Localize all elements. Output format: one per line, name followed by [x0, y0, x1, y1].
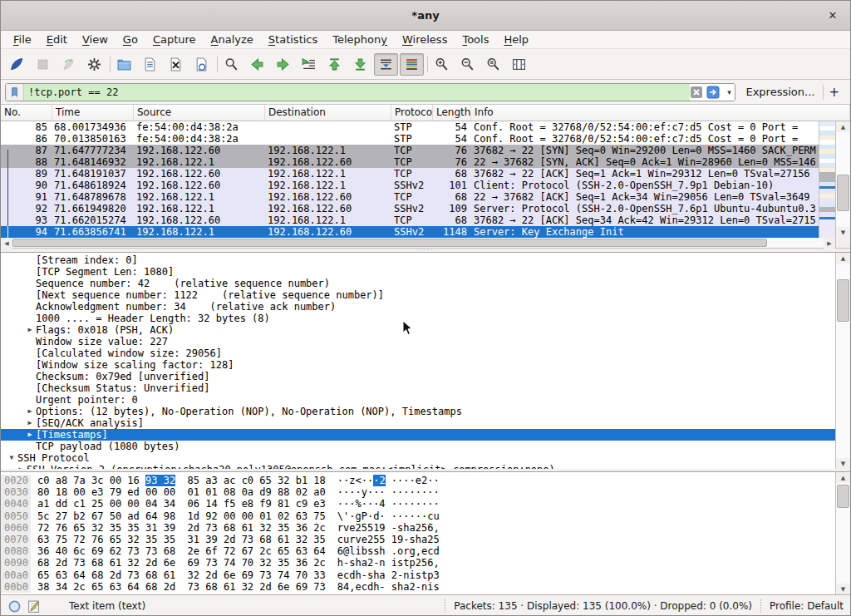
scroll-up-icon[interactable]: ▲ — [836, 472, 850, 483]
detail-row[interactable]: ▶[Timestamps] — [1, 429, 835, 441]
menu-analyze[interactable]: Analyze — [204, 32, 261, 47]
zoom-original-icon[interactable] — [481, 53, 505, 76]
detail-row[interactable]: Acknowledgment number: 34 (relative ack … — [1, 301, 835, 313]
bookmark-icon[interactable] — [6, 84, 24, 101]
scroll-track[interactable] — [836, 264, 850, 458]
scroll-thumb[interactable] — [837, 485, 849, 508]
menu-wireless[interactable]: Wireless — [395, 32, 455, 47]
go-to-packet-icon[interactable] — [297, 53, 321, 76]
detail-row[interactable]: [Window size scaling factor: 128] — [1, 359, 835, 371]
expert-info-icon[interactable] — [7, 599, 22, 614]
clear-filter-icon[interactable] — [690, 86, 705, 99]
hex-row[interactable]: 008036 40 6c 69 62 73 73 68 2e 6f 72 67 … — [1, 545, 835, 557]
packet-row[interactable]: 9071.648618924192.168.122.60192.168.122.… — [1, 180, 819, 191]
scroll-left-icon[interactable]: ◀ — [1, 238, 12, 249]
hex-row[interactable]: 0040a1 dd c1 25 00 00 04 34 06 14 f5 e8 … — [1, 498, 835, 510]
detail-row[interactable]: Urgent pointer: 0 — [1, 394, 835, 406]
auto-scroll-icon[interactable] — [374, 53, 398, 76]
column-header-length[interactable]: Length — [433, 105, 471, 121]
detail-row[interactable]: [TCP Segment Len: 1080] — [1, 266, 835, 278]
go-last-icon[interactable] — [348, 53, 372, 76]
packet-row[interactable]: 8771.647777234192.168.122.60192.168.122.… — [1, 145, 819, 156]
filter-input[interactable]: !tcp.port == 22 — [24, 84, 690, 101]
detail-row[interactable]: Sequence number: 42 (relative sequence n… — [1, 278, 835, 289]
detail-row[interactable]: [Calculated window size: 29056] — [1, 347, 835, 359]
hex-vscrollbar[interactable]: ▲ ▼ — [835, 472, 850, 594]
column-header-time[interactable]: Time — [52, 105, 134, 121]
detail-row[interactable]: 1000 .... = Header Length: 32 bytes (8) — [1, 313, 835, 324]
scroll-up-icon[interactable]: ▲ — [836, 253, 850, 264]
packet-row[interactable]: 9371.662015274192.168.122.60192.168.122.… — [1, 214, 819, 226]
hex-row[interactable]: 0020c0 a8 7a 3c 00 16 93 32 85 a3 ac c0 … — [1, 475, 835, 486]
detail-row[interactable]: Checksum: 0x79ed [unverified] — [1, 371, 835, 382]
hex-row[interactable]: 006072 76 65 32 35 35 31 39 2d 73 68 61 … — [1, 522, 835, 534]
scroll-down-icon[interactable]: ▼ — [836, 458, 850, 469]
close-file-icon[interactable] — [164, 53, 188, 76]
dropdown-caret-icon[interactable]: ▾ — [723, 84, 735, 101]
detail-row[interactable]: [Stream index: 0] — [1, 254, 835, 266]
add-filter-button[interactable]: + — [823, 85, 846, 100]
zoom-out-icon[interactable] — [455, 53, 480, 76]
menu-capture[interactable]: Capture — [145, 32, 204, 47]
scroll-track[interactable] — [836, 483, 850, 584]
hex-row[interactable]: 00505c 27 b2 67 50 ad 64 98 1d 92 00 00 … — [1, 510, 835, 522]
packet-list-hscrollbar[interactable]: ◀ ▶ — [1, 238, 850, 249]
profile-label[interactable]: Profile: Default — [770, 600, 844, 612]
hex-row[interactable]: 009068 2d 73 68 61 32 2d 6e 69 73 74 70 … — [1, 557, 835, 569]
packet-row[interactable]: 8568.001734936fe:54:00:d4:38:2aSTP54Conf… — [1, 121, 819, 133]
display-filter-field[interactable]: !tcp.port == 22 ▾ — [5, 83, 735, 101]
zoom-in-icon[interactable] — [430, 53, 454, 76]
detail-row[interactable]: TCP payload (1080 bytes) — [1, 441, 835, 452]
save-file-icon[interactable] — [138, 53, 162, 76]
menu-go[interactable]: Go — [116, 32, 145, 47]
detail-row[interactable]: ▶Options: (12 bytes), No-Operation (NOP)… — [1, 406, 835, 417]
column-header-source[interactable]: Source — [134, 105, 265, 121]
title-bar[interactable]: *any ✕ — [1, 1, 850, 31]
intelligent-scrollbar-minimap[interactable] — [819, 121, 835, 238]
detail-row[interactable]: [Next sequence number: 1122 (relative se… — [1, 289, 835, 301]
capture-comment-icon[interactable] — [27, 599, 41, 614]
packet-counts[interactable]: Packets: 135 · Displayed: 135 (100.0%) ·… — [454, 600, 752, 612]
scroll-thumb[interactable] — [837, 175, 849, 210]
menu-telephony[interactable]: Telephony — [325, 32, 395, 47]
expander-closed-icon[interactable]: ▶ — [24, 324, 36, 336]
reload-file-icon[interactable] — [189, 53, 214, 76]
packet-row[interactable]: 9171.648789678192.168.122.1192.168.122.6… — [1, 191, 819, 203]
apply-filter-icon[interactable] — [706, 86, 721, 99]
find-packet-icon[interactable] — [219, 53, 243, 76]
scroll-up-icon[interactable]: ▲ — [836, 121, 850, 132]
packet-row[interactable]: 8971.648191037192.168.122.60192.168.122.… — [1, 168, 819, 180]
menu-view[interactable]: View — [75, 32, 116, 47]
packet-row[interactable]: 8871.648146932192.168.122.1192.168.122.6… — [1, 156, 819, 168]
hscroll-thumb[interactable] — [12, 239, 767, 247]
hex-row[interactable]: 007063 75 72 76 65 32 35 35 31 39 2d 73 … — [1, 534, 835, 545]
close-icon[interactable]: ✕ — [825, 8, 840, 23]
column-header-no[interactable]: No. — [1, 105, 52, 121]
packet-row[interactable]: 8670.013850163fe:54:00:d4:38:2aSTP54Conf… — [1, 133, 819, 145]
hex-row[interactable]: 003080 18 00 e3 79 ed 00 00 01 01 08 0a … — [1, 486, 835, 498]
detail-row[interactable]: ▶[SEQ/ACK analysis] — [1, 417, 835, 429]
detail-row[interactable]: ▼SSH Protocol — [1, 452, 835, 464]
detail-row[interactable]: Window size value: 227 — [1, 336, 835, 347]
go-first-icon[interactable] — [322, 53, 347, 76]
scroll-right-icon[interactable]: ▶ — [824, 238, 835, 249]
scroll-track[interactable] — [836, 132, 850, 227]
hex-row[interactable]: 00a065 63 64 68 2d 73 68 61 32 2d 6e 69 … — [1, 569, 835, 581]
menu-help[interactable]: Help — [496, 32, 536, 47]
detail-row[interactable]: [Checksum Status: Unverified] — [1, 382, 835, 394]
start-capture-icon[interactable] — [5, 53, 29, 76]
packet-row[interactable]: 9271.661949820192.168.122.1192.168.122.6… — [1, 203, 819, 214]
expander-open-icon[interactable]: ▼ — [6, 452, 17, 464]
column-header-info[interactable]: Info — [471, 105, 850, 121]
scroll-down-icon[interactable]: ▼ — [836, 227, 850, 238]
expression-button[interactable]: Expression... — [735, 86, 823, 98]
hscroll-track[interactable] — [12, 238, 824, 248]
menu-edit[interactable]: Edit — [39, 32, 75, 47]
scroll-thumb[interactable] — [837, 279, 849, 322]
expander-closed-icon[interactable]: ▶ — [24, 417, 36, 429]
menu-file[interactable]: File — [6, 32, 39, 47]
column-header-protocol[interactable]: Protocol — [391, 105, 433, 121]
packet-row[interactable]: 9471.663856741192.168.122.1192.168.122.6… — [1, 226, 819, 238]
menu-statistics[interactable]: Statistics — [261, 32, 325, 47]
details-vscrollbar[interactable]: ▲ ▼ — [835, 253, 850, 469]
